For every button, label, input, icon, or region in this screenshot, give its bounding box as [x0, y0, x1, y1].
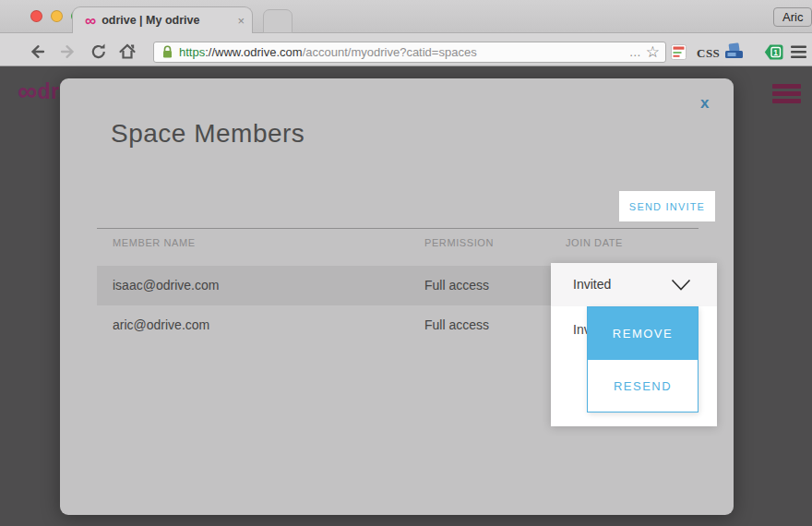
- tag-extension-icon[interactable]: 1: [764, 44, 783, 60]
- page-hamburger-menu-icon[interactable]: [772, 84, 801, 106]
- join-date-select[interactable]: Invited: [551, 263, 717, 306]
- notes-extension-icon[interactable]: [671, 44, 687, 60]
- secure-lock-icon: [161, 45, 173, 59]
- bookmark-star-icon[interactable]: ☆: [646, 44, 660, 60]
- column-header-member-name: MEMBER NAME: [113, 237, 196, 248]
- chrome-menu-icon[interactable]: [791, 45, 806, 59]
- window-minimize-button[interactable]: [51, 10, 63, 22]
- modal-close-icon[interactable]: x: [700, 94, 709, 113]
- url-host: ://www.odrive.com: [205, 45, 302, 59]
- chevron-down-icon[interactable]: [671, 279, 691, 292]
- menu-item-resend[interactable]: RESEND: [588, 360, 698, 412]
- hamburger-bar: [772, 91, 801, 96]
- join-date-popover: Invited Inv REMOVE RESEND: [551, 263, 717, 426]
- css-extension-icon[interactable]: CSS: [697, 46, 720, 61]
- tab-title: odrive | My odrive: [102, 14, 232, 27]
- member-email: isaac@odrive.com: [113, 266, 219, 305]
- printer-extension-icon[interactable]: [723, 42, 746, 61]
- new-tab-button[interactable]: [263, 9, 293, 33]
- join-date-selected-value: Invited: [573, 263, 611, 306]
- url-overflow-indicator: …: [629, 45, 646, 59]
- browser-tab[interactable]: ∞ odrive | My odrive ×: [72, 6, 253, 33]
- url-scheme: https: [179, 45, 205, 59]
- odrive-logo-infinity-icon: ∞: [18, 76, 37, 106]
- home-icon[interactable]: [118, 42, 137, 61]
- menu-item-remove[interactable]: REMOVE: [588, 307, 698, 360]
- browser-profile-button[interactable]: Aric: [773, 7, 812, 27]
- hamburger-bar: [772, 99, 801, 103]
- tab-close-icon[interactable]: ×: [237, 14, 245, 28]
- modal-title: Space Members: [111, 119, 304, 149]
- reload-icon[interactable]: [90, 42, 108, 61]
- member-email: aric@odrive.com: [113, 305, 209, 345]
- profile-name: Aric: [782, 10, 803, 24]
- member-permission: Full access: [424, 305, 489, 345]
- column-header-permission: PERMISSION: [424, 237, 494, 248]
- svg-text:1: 1: [773, 48, 778, 57]
- column-header-join-date: JOIN DATE: [566, 237, 623, 248]
- address-bar[interactable]: https://www.odrive.com/account/myodrive?…: [153, 42, 666, 63]
- member-permission: Full access: [424, 266, 489, 305]
- table-top-divider: [97, 228, 699, 229]
- hamburger-bar: [772, 84, 801, 89]
- screen: Aric ∞ odrive | My odrive × https://www.…: [0, 0, 812, 526]
- window-close-button[interactable]: [30, 10, 42, 22]
- back-icon[interactable]: [29, 42, 47, 61]
- url-text: https://www.odrive.com/account/myodrive?…: [179, 45, 477, 59]
- odrive-favicon-icon: ∞: [85, 13, 96, 29]
- forward-icon[interactable]: [58, 42, 77, 61]
- dropdown-menu: REMOVE RESEND: [587, 306, 699, 412]
- send-invite-button[interactable]: SEND INVITE: [619, 191, 715, 221]
- url-path: /account/myodrive?catid=spaces: [303, 45, 477, 59]
